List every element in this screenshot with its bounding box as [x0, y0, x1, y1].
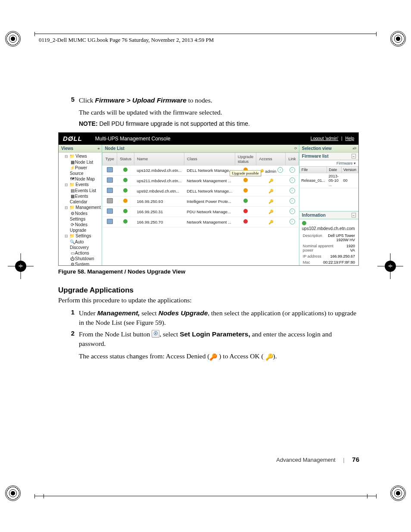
link-icon[interactable]: [290, 177, 295, 183]
type-card-icon: [107, 219, 113, 224]
firmware-menu[interactable]: Firmware ▾: [336, 161, 356, 165]
type-pc-icon: [107, 198, 113, 203]
status-icon: [123, 199, 128, 203]
tree-actions[interactable]: Actions: [75, 251, 89, 255]
access-ok-icon: [265, 353, 273, 360]
step-text: Under Management, select Nodes Upgrade, …: [79, 308, 360, 328]
col-class[interactable]: Class: [184, 152, 235, 165]
status-dot-icon: [302, 221, 306, 225]
access-denied-icon: 🔑: [268, 220, 274, 224]
tree-settings[interactable]: Settings: [75, 233, 91, 238]
collapse-icon[interactable]: ◂ ▸: [97, 146, 99, 150]
tree-eventslist[interactable]: Events List: [75, 188, 96, 193]
access-action-icon[interactable]: [277, 167, 283, 173]
step-number: 1: [58, 308, 79, 328]
registration-mark: [390, 485, 406, 501]
crosshair-mark: [377, 253, 403, 279]
node-row[interactable]: ups102.mbdevd.ch.etn...DELL Network Mana…: [103, 165, 299, 175]
footer-section: Advanced Management: [276, 457, 335, 463]
upgrade-status-icon: [243, 188, 248, 193]
status-icon: [123, 178, 128, 182]
step-number: 2: [58, 330, 79, 361]
book-header: 0119_2-Dell MUMC UG.book Page 76 Saturda…: [39, 37, 214, 44]
node-row[interactable]: ups211.mbdevd.ch.etn...Network Managemen…: [103, 175, 299, 186]
upgrade-tooltip: Upgrade possible: [230, 170, 261, 176]
refresh-icon[interactable]: ⟳: [294, 146, 296, 150]
col-link[interactable]: Link: [286, 152, 299, 165]
step-number: 5: [58, 96, 79, 118]
status-icon: [123, 168, 128, 172]
access-denied-icon: 🔑: [268, 189, 274, 193]
step-text: From the Node List button , select Set L…: [79, 330, 360, 361]
tree-nodelist[interactable]: Node List: [75, 160, 93, 165]
status-icon: [123, 219, 128, 224]
col-name[interactable]: Name: [134, 152, 184, 165]
link-icon[interactable]: [290, 219, 295, 224]
link-icon[interactable]: [290, 188, 295, 193]
node-table: Type Status Name Class Upgrade status Ac…: [102, 152, 299, 227]
link-icon[interactable]: [290, 167, 295, 173]
fw-col-file[interactable]: File: [299, 166, 327, 173]
col-status[interactable]: Status: [117, 152, 134, 165]
crosshair-mark: [8, 253, 34, 279]
step-text-line2: The cards will be updated with the firmw…: [79, 109, 222, 116]
tree-nodemap[interactable]: Node Map: [75, 177, 95, 181]
fwlist-title: Firmware list: [302, 154, 329, 159]
fw-row[interactable]: Release_01... 2013-05-10 ... 00: [299, 173, 358, 188]
figure-caption: Figure 58. Management / Nodes Upgrade Vi…: [58, 268, 360, 275]
step-text: Click Firmware > Upload Firmware to node…: [79, 96, 222, 118]
link-icon[interactable]: [290, 198, 295, 204]
tree-system[interactable]: System: [75, 262, 89, 265]
node-row[interactable]: ups92.mbdevd.ch.etn...DELL Network Manag…: [103, 186, 299, 196]
selview-controls[interactable]: ▸ ⟳: [353, 146, 356, 150]
page-footer: Advanced Management | 76: [276, 456, 359, 463]
help-link[interactable]: Help: [345, 136, 354, 141]
logout-link[interactable]: Logout 'admin': [311, 136, 338, 141]
access-denied-icon: 🔑: [268, 209, 274, 214]
firmware-table: File Date Version Release_01... 2013-05-…: [299, 166, 358, 188]
tree-mgmt[interactable]: Management: [75, 205, 100, 210]
node-row[interactable]: 166.99.250.31PDU Network Manage...🔑: [103, 206, 299, 217]
figure-58: DØLL Multi-UPS Management Console Logout…: [58, 132, 360, 275]
col-access[interactable]: Access: [256, 152, 286, 165]
node-row[interactable]: 166.99.250.93Intelligent Power Prote...🔑: [103, 196, 299, 206]
footer-rule: [34, 496, 377, 498]
access-denied-icon: [209, 353, 217, 360]
selview-title: Selection view: [302, 146, 332, 151]
tree-events[interactable]: Events: [75, 182, 89, 187]
fwlist-collapse-icon[interactable]: –: [352, 154, 356, 159]
registration-mark: [5, 485, 21, 501]
upgrade-status-icon: [243, 219, 248, 224]
type-card-icon: [107, 177, 113, 183]
fw-col-date[interactable]: Date: [327, 166, 342, 173]
views-pane-title: Views: [61, 146, 73, 151]
node-row[interactable]: 166.99.250.70Network Management ...🔑: [103, 217, 299, 227]
access-denied-icon: 🔑: [268, 199, 274, 204]
upgrade-status-icon: [243, 178, 248, 182]
node-list-button-icon: [152, 330, 159, 338]
col-upgrade[interactable]: Upgrade status: [235, 152, 256, 165]
col-type[interactable]: Type: [103, 152, 117, 165]
registration-mark: [390, 31, 406, 47]
link-icon[interactable]: [290, 208, 295, 214]
info-collapse-icon[interactable]: –: [352, 213, 356, 218]
tree-views[interactable]: Views: [75, 154, 87, 159]
section-lead: Perform this procedure to update the app…: [58, 296, 360, 304]
info-node-name: ups102.mbdevd.ch.etn.com: [302, 226, 355, 231]
upgrade-status-icon: [243, 199, 248, 203]
status-icon: [123, 209, 128, 213]
access-denied-icon: 🔑: [268, 178, 274, 183]
dell-logo: DØLL: [63, 135, 82, 142]
nav-tree: 📁 Views ▦Node List ⚡Power Source 🗺Node M…: [59, 152, 102, 265]
console-title: Multi-UPS Management Console: [95, 136, 311, 142]
header-rule: [34, 34, 377, 36]
type-card-icon: [107, 208, 113, 214]
nodelist-title: Node List: [105, 146, 125, 151]
tree-shutdown[interactable]: Shutdown: [75, 256, 94, 261]
registration-mark: [5, 31, 21, 47]
upgrade-status-icon: [243, 209, 248, 213]
fw-col-version[interactable]: Version: [341, 166, 358, 173]
note: NOTE: Dell PDU firmware upgrade is not s…: [79, 120, 360, 127]
status-icon: [123, 188, 128, 193]
section-heading: Upgrade Applications: [58, 286, 360, 295]
